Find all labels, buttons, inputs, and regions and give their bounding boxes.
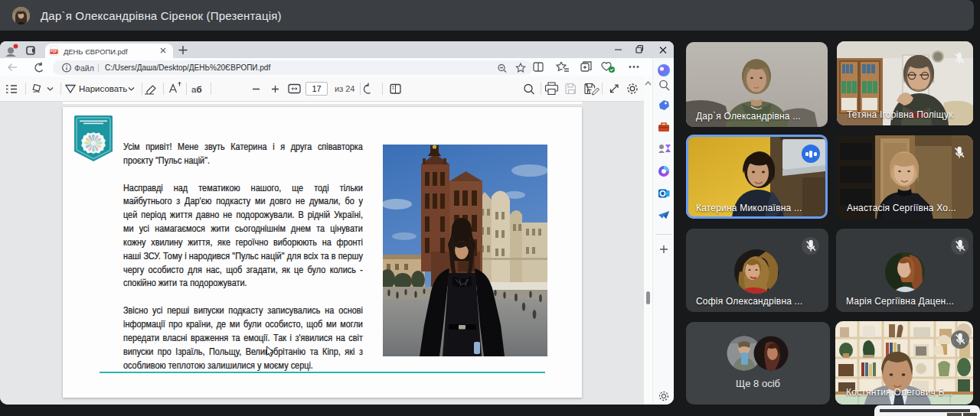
svg-text:Нарисовать: Нарисовать	[79, 84, 127, 93]
svg-text:аб: аб	[191, 85, 202, 94]
svg-text:из 24: из 24	[335, 84, 354, 93]
svg-text:PDF: PDF	[51, 50, 57, 54]
